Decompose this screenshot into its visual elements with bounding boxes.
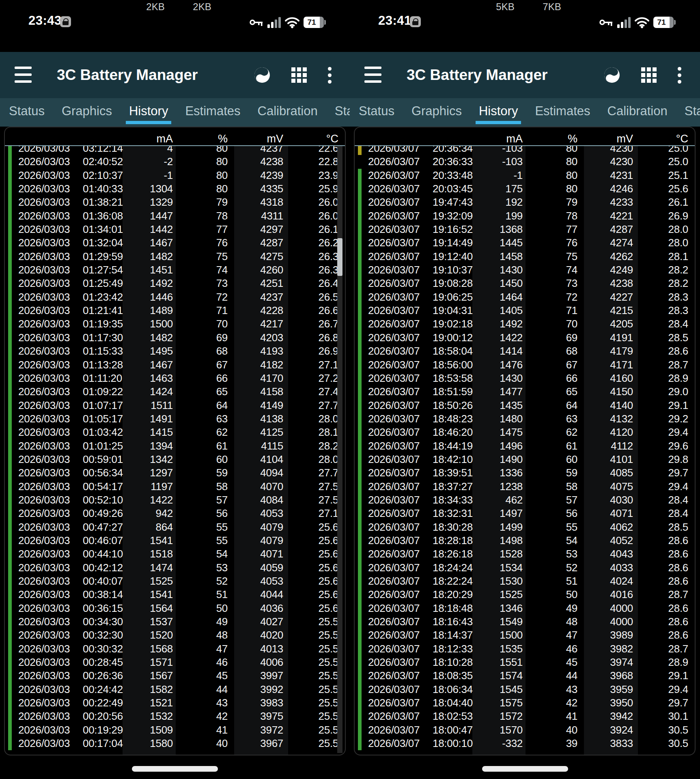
table-row[interactable]: 2026/03/0303:12:14480423722.6	[5, 146, 345, 155]
scrollbar-thumb[interactable]	[337, 238, 342, 276]
tab-statistics[interactable]: Statistics	[335, 98, 350, 127]
table-row[interactable]: 2026/03/0718:22:24153051402428.6	[355, 575, 695, 588]
table-row[interactable]: 2026/03/0718:51:59147765415029.0	[355, 385, 695, 398]
table-row[interactable]: 2026/03/0718:37:27123858407529.4	[355, 480, 695, 493]
table-row[interactable]: 2026/03/0719:06:25146472422728.3	[355, 291, 695, 304]
table-row[interactable]: 2026/03/0718:04:40157542395029.7	[355, 696, 695, 710]
table-row[interactable]: 2026/03/0719:16:52136877428728.0	[355, 223, 695, 236]
table-row[interactable]: 2026/03/0719:12:40145875426228.1	[355, 250, 695, 263]
tab-calibration[interactable]: Calibration	[258, 98, 318, 127]
grid-icon[interactable]	[641, 52, 657, 98]
table-row[interactable]: 2026/03/0301:11:20146366417027.2	[5, 372, 345, 385]
table-row[interactable]: 2026/03/0301:03:42141562412528.1	[5, 426, 345, 439]
table-row[interactable]: 2026/03/0718:46:20147562412029.4	[355, 426, 695, 439]
table-row[interactable]: 2026/03/0720:36:34-10380423025.0	[355, 146, 695, 155]
table-row[interactable]: 2026/03/0300:38:14154151404425.6	[5, 588, 345, 601]
table-row[interactable]: 2026/03/0300:46:07154155407925.6	[5, 534, 345, 547]
tab-history[interactable]: History	[479, 98, 518, 127]
table-row[interactable]: 2026/03/0300:56:34129759409427.7	[5, 466, 345, 480]
tab-calibration[interactable]: Calibration	[607, 98, 668, 127]
grid-icon[interactable]	[291, 52, 307, 98]
table-row[interactable]: 2026/03/0718:18:48134649400028.6	[355, 602, 695, 615]
tab-graphics[interactable]: Graphics	[411, 98, 462, 127]
table-row[interactable]: 2026/03/0718:56:00147667417128.7	[355, 358, 695, 372]
table-row[interactable]: 2026/03/0719:14:49144576427428.0	[355, 236, 695, 250]
table-row[interactable]: 2026/03/0718:39:51133659408529.7	[355, 466, 695, 480]
table-row[interactable]: 2026/03/0718:06:34154543395929.4	[355, 683, 695, 696]
table-row[interactable]: 2026/03/0718:48:23148063413229.2	[355, 412, 695, 426]
table-row[interactable]: 2026/03/0718:30:28149955406228.5	[355, 521, 695, 534]
table-row[interactable]: 2026/03/0300:28:45157146400625.5	[5, 656, 345, 669]
table-row[interactable]: 2026/03/0301:15:33149568419326.9	[5, 344, 345, 358]
table-row[interactable]: 2026/03/0718:34:3346257403028.4	[355, 493, 695, 507]
tab-estimates[interactable]: Estimates	[185, 98, 240, 127]
table-row[interactable]: 2026/03/0718:32:31149756407128.4	[355, 507, 695, 520]
table-row[interactable]: 2026/03/0718:28:18149854405228.6	[355, 534, 695, 547]
pie-chart-icon[interactable]	[603, 52, 621, 98]
table-row[interactable]: 2026/03/0300:52:10142257408427.5	[5, 493, 345, 507]
table-row[interactable]: 2026/03/0301:29:59148275427526.3	[5, 250, 345, 263]
table-row[interactable]: 2026/03/0301:07:17151164414927.7	[5, 399, 345, 412]
table-row[interactable]: 2026/03/0719:00:12142269419128.5	[355, 331, 695, 344]
table-row[interactable]: 2026/03/0720:33:48-180423125.1	[355, 169, 695, 182]
table-row[interactable]: 2026/03/0301:38:21132979431826.0	[5, 196, 345, 209]
table-row[interactable]: 2026/03/0300:40:07152552405325.6	[5, 575, 345, 588]
table-row[interactable]: 2026/03/0300:47:2786455407925.6	[5, 521, 345, 534]
kebab-menu-icon[interactable]	[328, 52, 332, 98]
table-row[interactable]: 2026/03/0300:34:30153749402725.5	[5, 615, 345, 628]
table-row[interactable]: 2026/03/0301:19:35150070421726.7	[5, 317, 345, 331]
table-row[interactable]: 2026/03/0300:49:2694256405327.1	[5, 507, 345, 520]
table-row[interactable]: 2026/03/0301:09:22142465415827.4	[5, 385, 345, 398]
table-row[interactable]: 2026/03/0301:34:01144277429726.1	[5, 223, 345, 236]
table-row[interactable]: 2026/03/0719:04:31140571421528.3	[355, 304, 695, 317]
tab-history[interactable]: History	[129, 98, 168, 127]
table-body[interactable]: 2026/03/0720:36:34-10380423025.02026/03/…	[355, 146, 695, 755]
table-row[interactable]: 2026/03/0718:02:53157241394230.1	[355, 710, 695, 723]
table-row[interactable]: 2026/03/0719:47:4319279423326.1	[355, 196, 695, 209]
table-row[interactable]: 2026/03/0301:23:42144672423726.5	[5, 291, 345, 304]
menu-icon[interactable]	[15, 67, 32, 83]
table-row[interactable]: 2026/03/0300:24:42158244399225.5	[5, 683, 345, 696]
table-row[interactable]: 2026/03/0301:21:41148971422826.6	[5, 304, 345, 317]
table-row[interactable]: 2026/03/0301:01:25139461411528.2	[5, 439, 345, 453]
table-row[interactable]: 2026/03/0718:24:24153452403328.6	[355, 561, 695, 575]
table-row[interactable]: 2026/03/0300:19:29150941397225.5	[5, 723, 345, 737]
table-row[interactable]: 2026/03/0301:13:28146767418227.1	[5, 358, 345, 372]
table-row[interactable]: 2026/03/0718:50:26143564414029.1	[355, 399, 695, 412]
table-row[interactable]: 2026/03/0300:30:32156847401325.5	[5, 642, 345, 656]
table-row[interactable]: 2026/03/0718:20:29152550401628.7	[355, 588, 695, 601]
table-row[interactable]: 2026/03/0718:58:04141468417928.6	[355, 344, 695, 358]
table-row[interactable]: 2026/03/0302:40:52-280423822.8	[5, 155, 345, 168]
tab-status[interactable]: Status	[9, 98, 45, 127]
table-row[interactable]: 2026/03/0300:22:49152143398325.5	[5, 696, 345, 710]
table-row[interactable]: 2026/03/0719:10:37143074424928.2	[355, 263, 695, 277]
tab-statistics[interactable]: Statistics	[685, 98, 700, 127]
table-row[interactable]: 2026/03/0718:44:19149661411229.6	[355, 439, 695, 453]
table-body[interactable]: 2026/03/0303:12:14480423722.62026/03/030…	[5, 146, 345, 755]
table-row[interactable]: 2026/03/0300:36:15156450403625.6	[5, 602, 345, 615]
table-row[interactable]: 2026/03/0720:03:4517580424625.6	[355, 182, 695, 196]
table-row[interactable]: 2026/03/0301:36:08144778431126.0	[5, 209, 345, 223]
table-row[interactable]: 2026/03/0302:10:37-180423923.9	[5, 169, 345, 182]
table-row[interactable]: 2026/03/0718:12:33153546398228.7	[355, 642, 695, 656]
tab-status[interactable]: Status	[359, 98, 394, 127]
table-row[interactable]: 2026/03/0718:14:37150047398928.6	[355, 628, 695, 642]
tab-estimates[interactable]: Estimates	[535, 98, 590, 127]
table-row[interactable]: 2026/03/0301:32:04146776428726.2	[5, 236, 345, 250]
table-row[interactable]: 2026/03/0719:32:0919978422126.9	[355, 209, 695, 223]
table-row[interactable]: 2026/03/0718:16:43154948400028.6	[355, 615, 695, 628]
table-row[interactable]: 2026/03/0718:10:28155145397428.9	[355, 656, 695, 669]
table-row[interactable]: 2026/03/0300:17:04158040396725.5	[5, 737, 345, 750]
table-row[interactable]: 2026/03/0718:08:35157444396829.1	[355, 669, 695, 682]
table-row[interactable]: 2026/03/0718:53:58143066416028.9	[355, 372, 695, 385]
table-row[interactable]: 2026/03/0719:02:18149270420528.4	[355, 317, 695, 331]
table-row[interactable]: 2026/03/0301:40:33130480433525.9	[5, 182, 345, 196]
table-row[interactable]: 2026/03/0301:17:30148269420326.8	[5, 331, 345, 344]
table-row[interactable]: 2026/03/0718:42:10149060410129.8	[355, 453, 695, 466]
table-row[interactable]: 2026/03/0300:44:10151854407125.6	[5, 547, 345, 561]
table-row[interactable]: 2026/03/0718:00:10-33239383330.5	[355, 737, 695, 750]
gesture-nav-pill[interactable]	[482, 766, 568, 772]
table-row[interactable]: 2026/03/0718:00:47157040392430.5	[355, 723, 695, 737]
kebab-menu-icon[interactable]	[678, 52, 681, 98]
gesture-nav-pill[interactable]	[132, 766, 218, 772]
